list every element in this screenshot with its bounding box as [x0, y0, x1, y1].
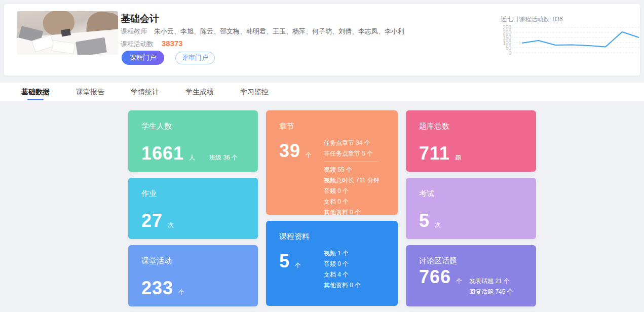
detail-line: 发表话题 21 个: [469, 276, 513, 287]
detail-line: 其他资料 0 个: [324, 280, 361, 291]
detail-line: 音频 0 个: [324, 259, 361, 269]
chapter-details-top: 任务点章节 34 个 非任务点章节 5 个: [324, 138, 380, 159]
card-homework[interactable]: 作业 27 次: [128, 178, 258, 239]
card-title: 讨论区话题: [419, 256, 523, 266]
exam-count-unit: 次: [435, 221, 441, 229]
card-discussion-topics[interactable]: 讨论区话题 766 个 发表话题 21 个 回复话题 745 个: [406, 245, 536, 306]
tab-learning-monitor[interactable]: 学习监控: [240, 83, 269, 101]
card-chapters[interactable]: 章节 39 个 任务点章节 34 个 非任务点章节 5 个 视频 55 个 视: [266, 110, 398, 215]
teachers-row: 课程教师朱小云、李旭、陈云、邵文梅、韩明君、王玉、杨萍、何子昉、刘倩、李志凤、李…: [121, 27, 404, 36]
teachers-label: 课程教师: [121, 27, 147, 35]
exam-count-value: 5: [419, 212, 430, 230]
detail-line: 回复话题 745 个: [469, 287, 513, 297]
detail-line: 视频 1 个: [324, 248, 361, 259]
homework-count-value: 27: [141, 212, 163, 230]
card-title: 考试: [419, 189, 523, 199]
weekly-activity-line-chart: 250200150100500: [503, 23, 641, 58]
teachers-names: 朱小云、李旭、陈云、邵文梅、韩明君、王玉、杨萍、何子昉、刘倩、李志凤、李小利: [154, 27, 404, 35]
course-header: 基础会计 课程教师朱小云、李旭、陈云、邵文梅、韩明君、王玉、杨萍、何子昉、刘倩、…: [4, 4, 640, 75]
activity-count-value: 38373: [162, 39, 183, 48]
student-count-unit: 人: [189, 153, 195, 162]
tab-learning-stats[interactable]: 学情统计: [131, 83, 159, 101]
card-question-bank[interactable]: 题库总数 711 题: [406, 110, 536, 172]
card-title: 课程资料: [279, 232, 385, 242]
detail-line: 非任务点章节 5 个: [324, 148, 380, 159]
detail-line: 任务点章节 34 个: [324, 138, 380, 148]
detail-line: 视频总时长 711 分钟: [324, 175, 380, 186]
card-student-count[interactable]: 学生人数 1661 人 班级 36 个: [128, 110, 258, 172]
detail-line: 视频 55 个: [324, 165, 380, 175]
chapter-count-value: 39: [279, 142, 300, 160]
topics-count-value: 766: [419, 268, 451, 286]
activity-count-row: 课程活动数38373: [121, 39, 183, 49]
tab-student-grades[interactable]: 学生成绩: [185, 83, 214, 101]
materials-count-unit: 个: [295, 261, 301, 270]
activity-count-label: 课程活动数: [121, 40, 154, 48]
review-portal-button[interactable]: 评审门户: [175, 52, 215, 64]
question-bank-value: 711: [419, 144, 450, 163]
homework-count-unit: 次: [168, 221, 174, 229]
chapter-count-unit: 个: [306, 151, 312, 160]
header-buttons: 课程门户 评审门户: [122, 51, 215, 65]
course-title: 基础会计: [121, 12, 159, 25]
materials-details: 视频 1 个 音频 0 个 文档 4 个 其他资料 0 个: [324, 248, 361, 291]
class-activity-value: 233: [141, 279, 173, 297]
class-count: 班级 36 个: [209, 153, 238, 162]
card-class-activity[interactable]: 课堂活动 233 个: [128, 245, 258, 306]
question-bank-unit: 题: [455, 153, 461, 162]
stat-cards-grid: 学生人数 1661 人 班级 36 个 作业 27 次 课堂活动 233 个: [128, 110, 536, 306]
card-title: 作业: [141, 189, 245, 199]
card-course-materials[interactable]: 课程资料 5 个 视频 1 个 音频 0 个 文档 4 个 其他资料 0 个: [266, 221, 398, 306]
section-tabs: 基础数据 课堂报告 学情统计 学生成绩 学习监控: [0, 83, 644, 101]
tab-basic-data[interactable]: 基础数据: [21, 83, 50, 101]
card-exam[interactable]: 考试 5 次: [406, 178, 536, 239]
detail-line: 文档 0 个: [324, 197, 380, 207]
detail-line: 文档 4 个: [324, 269, 361, 280]
materials-count-value: 5: [279, 252, 290, 270]
course-portal-button[interactable]: 课程门户: [122, 51, 164, 65]
course-cover-image: [17, 11, 118, 55]
student-count-value: 1661: [141, 144, 184, 163]
tab-class-report[interactable]: 课堂报告: [76, 83, 104, 101]
svg-text:0: 0: [508, 50, 511, 56]
topics-details: 发表话题 21 个 回复话题 745 个: [469, 276, 513, 297]
course-dashboard-page: 基础会计 课程教师朱小云、李旭、陈云、邵文梅、韩明君、王玉、杨萍、何子昉、刘倩、…: [0, 0, 644, 312]
detail-line: 音频 0 个: [324, 186, 380, 197]
card-title: 学生人数: [141, 122, 245, 131]
topics-count-unit: 个: [456, 277, 462, 286]
detail-line: 其他资料 0 个: [324, 207, 380, 218]
card-title: 题库总数: [419, 122, 523, 131]
class-activity-unit: 个: [178, 288, 184, 297]
card-title: 课堂活动: [141, 256, 245, 266]
card-title: 章节: [279, 122, 385, 131]
chapter-details-bottom: 视频 55 个 视频总时长 711 分钟 音频 0 个 文档 0 个 其他资料 …: [324, 162, 380, 218]
